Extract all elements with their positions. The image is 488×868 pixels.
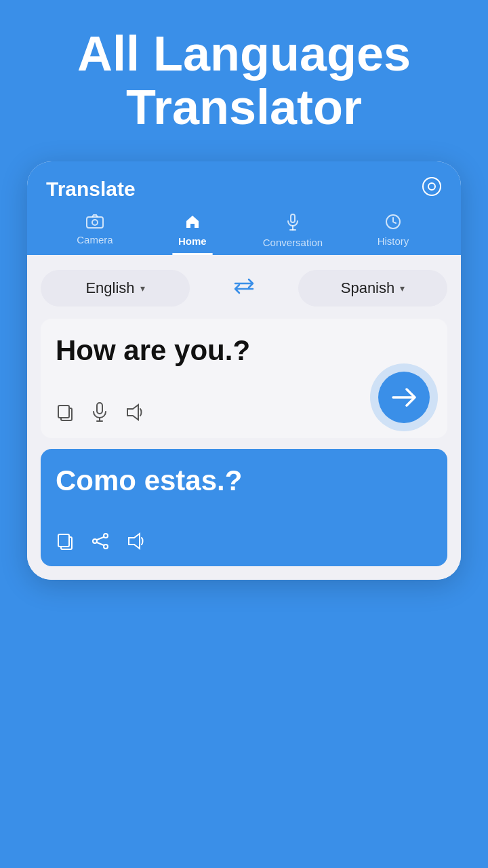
share-output-icon[interactable] — [91, 532, 110, 555]
speaker-output-icon[interactable] — [126, 532, 146, 555]
copy-output-icon[interactable] — [56, 532, 75, 555]
conversation-icon — [285, 214, 300, 234]
language-selector: English ▾ Spanish ▾ — [41, 270, 447, 307]
app-title-line2: Translator — [126, 80, 362, 134]
svg-rect-2 — [87, 217, 103, 228]
source-language-dropdown-icon: ▾ — [140, 283, 145, 294]
source-language-label: English — [85, 279, 134, 297]
swap-languages-button[interactable] — [225, 278, 263, 299]
svg-rect-4 — [291, 214, 295, 222]
app-title-line1: All Languages — [77, 26, 411, 81]
tab-home-label: Home — [178, 235, 207, 247]
phone-card: Translate Camera — [27, 161, 461, 580]
tab-history-label: History — [378, 235, 409, 247]
svg-line-20 — [97, 542, 104, 545]
target-language-button[interactable]: Spanish ▾ — [298, 270, 447, 307]
app-title: All Languages Translator — [50, 27, 438, 134]
svg-line-19 — [97, 537, 104, 540]
app-header-title: Translate — [46, 178, 136, 201]
translate-button-outer — [370, 363, 438, 431]
svg-marker-13 — [127, 405, 138, 420]
history-icon — [385, 214, 401, 233]
svg-point-0 — [423, 178, 441, 195]
copy-input-icon[interactable] — [56, 403, 75, 427]
svg-point-1 — [428, 183, 435, 190]
target-language-label: Spanish — [341, 279, 395, 297]
header-top: Translate — [46, 176, 442, 201]
settings-icon[interactable] — [422, 176, 442, 201]
tab-conversation-label: Conversation — [263, 237, 323, 248]
tab-conversation[interactable]: Conversation — [263, 214, 323, 255]
output-actions — [56, 532, 432, 555]
svg-marker-21 — [129, 534, 140, 549]
camera-icon — [86, 214, 104, 231]
phone-header: Translate Camera — [27, 161, 461, 255]
output-section: Como estas.? — [41, 449, 447, 566]
nav-tabs: Camera Home — [46, 214, 442, 255]
target-language-dropdown-icon: ▾ — [400, 283, 405, 294]
home-icon — [184, 214, 201, 233]
input-section: How are you.? — [41, 319, 447, 437]
tab-home[interactable]: Home — [165, 214, 220, 255]
tab-camera-label: Camera — [77, 234, 113, 245]
tab-history[interactable]: History — [366, 214, 420, 255]
phone-body: English ▾ Spanish ▾ How are you.? — [27, 255, 461, 580]
svg-point-3 — [92, 220, 98, 225]
mic-input-icon[interactable] — [91, 402, 108, 427]
output-text: Como estas.? — [56, 464, 432, 498]
svg-rect-15 — [58, 534, 69, 547]
source-language-button[interactable]: English ▾ — [41, 270, 190, 307]
tab-camera[interactable]: Camera — [68, 214, 122, 255]
svg-rect-10 — [97, 403, 102, 414]
translate-button[interactable] — [378, 372, 430, 423]
svg-rect-9 — [58, 406, 69, 418]
translate-button-wrapper — [370, 363, 438, 431]
speaker-input-icon[interactable] — [125, 403, 145, 426]
